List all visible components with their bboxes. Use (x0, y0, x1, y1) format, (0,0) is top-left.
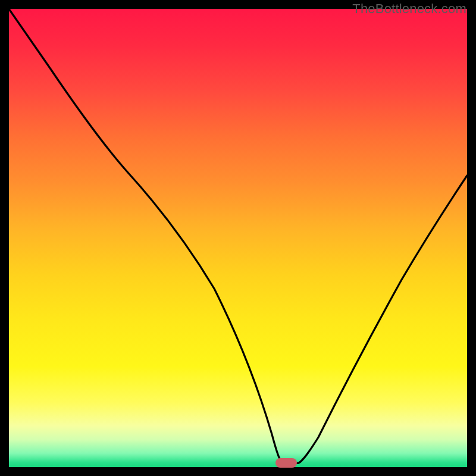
optimal-marker (275, 458, 297, 468)
bottleneck-curve (9, 9, 467, 467)
watermark-text: TheBottleneck.com (352, 1, 466, 17)
plot-area (9, 9, 467, 467)
chart-container: TheBottleneck.com (0, 0, 476, 476)
